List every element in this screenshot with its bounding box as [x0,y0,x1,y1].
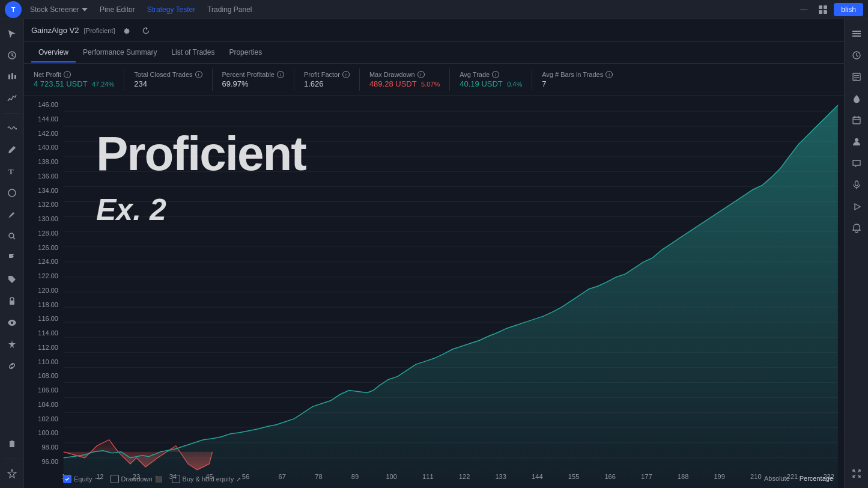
sidebar-candles-icon[interactable] [2,67,22,87]
svg-text:144: 144 [532,473,543,480]
nav-pine-editor[interactable]: Pine Editor [94,3,141,16]
equity-chart: 1 12 23 34 45 56 67 78 89 100 111 122 13… [24,96,844,488]
right-watchlist-icon[interactable] [847,24,866,43]
svg-text:155: 155 [568,473,580,480]
sidebar-indicators-icon[interactable] [2,89,22,108]
publish-button[interactable]: blish [834,3,863,16]
sidebar-tag-icon[interactable] [2,270,22,289]
svg-rect-73 [855,181,858,186]
avg-bars-info-icon[interactable]: i [605,71,613,78]
right-user-icon[interactable] [847,132,866,151]
svg-rect-0 [819,5,822,9]
sidebar-wave-icon[interactable] [2,118,22,138]
avg-bars-value: 7 [542,79,613,88]
right-expand-icon[interactable] [847,464,866,483]
chart-container[interactable]: Proficient Ex. 2 146.00 144.00 142.00 14… [24,96,844,488]
right-chat-icon[interactable] [847,154,866,173]
percent-profitable-info-icon[interactable]: i [277,71,284,78]
sidebar-link-icon[interactable] [2,356,22,376]
legend-drawdown[interactable]: Drawdown ⬛ [111,475,162,483]
sidebar-circle-icon[interactable] [2,183,22,203]
nav-strategy-tester[interactable]: Strategy Tester [141,3,201,16]
profit-factor-value: 1.626 [304,79,350,88]
right-mic-icon[interactable] [847,175,866,195]
percentage-view-button[interactable]: Percentage [795,474,838,483]
nav-stock-screener[interactable]: Stock Screener [24,3,94,16]
legend-equity[interactable]: Equity 〜 [63,475,101,483]
tab-properties[interactable]: Properties [222,43,269,63]
strategy-settings-icon[interactable] [120,23,134,38]
right-play-icon[interactable] [847,197,866,216]
stat-net-profit: Net Profit i 4 723.51 USDT 47.24% [34,69,124,91]
right-clock-icon[interactable] [847,46,866,65]
minimize-icon[interactable]: — [795,1,812,18]
tabs-bar: Overview Performance Summary List of Tra… [24,42,844,64]
sidebar-eye-icon[interactable] [2,313,22,332]
sidebar-trash-icon[interactable] [2,435,22,454]
sidebar-clock-icon[interactable] [2,46,22,65]
net-profit-value: 4 723.51 USDT [34,79,87,88]
svg-point-9 [8,189,16,197]
sidebar-lock-icon[interactable] [2,291,22,311]
sidebar-divider-1 [5,113,19,114]
svg-text:133: 133 [495,473,506,480]
svg-text:199: 199 [714,473,725,480]
tab-overview[interactable]: Overview [31,43,76,63]
right-calendar-icon[interactable] [847,111,866,130]
sidebar-zoom-icon[interactable] [2,227,22,246]
logo[interactable]: T [5,1,22,18]
sidebar-pencil-icon[interactable] [2,140,22,159]
sidebar-text-icon[interactable]: T [2,162,22,181]
stat-percent-profitable: Percent Profitable i 69.97% [222,69,294,91]
svg-rect-65 [854,75,859,76]
svg-rect-61 [852,33,861,34]
strategy-name: GainzAlgo V2 [31,26,79,35]
total-trades-info-icon[interactable]: i [195,71,202,78]
svg-rect-5 [8,75,10,79]
tab-list-of-trades[interactable]: List of Trades [164,43,222,63]
sidebar-flag-icon[interactable] [2,248,22,267]
sidebar-star-icon[interactable] [2,464,22,483]
legend-equity-label: Equity [74,475,93,483]
profit-factor-info-icon[interactable]: i [342,71,350,78]
avg-trade-sub: 0.4% [507,81,522,88]
sidebar-cursor-icon[interactable] [2,24,22,43]
svg-rect-7 [14,75,16,79]
svg-point-11 [10,277,11,278]
nav-trading-panel[interactable]: Trading Panel [201,3,258,16]
right-news-icon[interactable] [847,67,866,87]
absolute-view-button[interactable]: Absolute [759,474,795,483]
legend-buy-hold[interactable]: Buy & hold equity ↗ [172,475,241,483]
svg-text:56: 56 [242,473,249,480]
svg-rect-62 [852,35,861,37]
svg-rect-60 [852,31,861,32]
legend-buy-hold-label: Buy & hold equity [183,475,234,483]
percent-profitable-value: 69.97% [222,79,284,88]
svg-rect-6 [11,73,13,79]
svg-text:T: T [8,167,14,176]
net-profit-sub: 47.24% [92,81,114,88]
net-profit-info-icon[interactable]: i [64,71,71,78]
nav-menu: Stock Screener Pine Editor Strategy Test… [24,3,258,16]
max-drawdown-value: 489.28 USDT [369,79,417,88]
max-drawdown-info-icon[interactable]: i [417,71,425,78]
right-bell-icon[interactable] [847,219,866,238]
svg-text:89: 89 [351,473,359,480]
strategy-replay-icon[interactable] [139,23,153,38]
sidebar-sparkle-icon[interactable] [2,335,22,354]
right-water-icon[interactable] [847,89,866,108]
content-area: GainzAlgo V2 [Proficient] Overview Perfo… [24,19,844,488]
avg-trade-info-icon[interactable]: i [492,71,499,78]
layout-icon[interactable] [815,1,831,18]
stat-avg-bars: Avg # Bars in Trades i 7 [542,69,622,91]
avg-trade-value: 40.19 USDT [460,79,502,88]
tab-performance-summary[interactable]: Performance Summary [76,43,164,63]
total-trades-value: 234 [134,79,202,88]
strategy-badge: [Proficient] [84,27,115,34]
svg-point-13 [11,322,13,324]
svg-text:111: 111 [422,473,434,480]
stats-bar: Net Profit i 4 723.51 USDT 47.24% Total … [24,64,844,96]
chart-legend: Equity 〜 Drawdown ⬛ Buy & hold equity ↗ [63,475,241,483]
legend-equity-icon: 〜 [95,475,101,483]
sidebar-pen-icon[interactable] [2,205,22,224]
